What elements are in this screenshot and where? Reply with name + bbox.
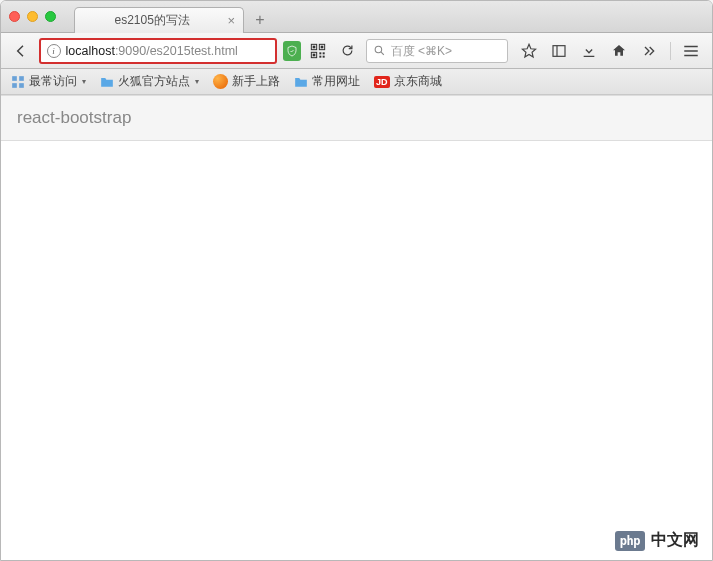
page-content: react-bootstrap xyxy=(1,95,712,560)
new-tab-button[interactable]: + xyxy=(248,9,272,31)
browser-tab[interactable]: es2105的写法 × xyxy=(74,7,244,33)
bookmark-label: 最常访问 xyxy=(29,73,77,90)
svg-line-11 xyxy=(381,52,384,55)
bookmark-star-button[interactable] xyxy=(516,39,542,63)
svg-rect-20 xyxy=(19,83,24,88)
chevron-double-right-icon xyxy=(641,43,657,59)
star-icon xyxy=(521,43,537,59)
hamburger-menu-button[interactable] xyxy=(679,39,704,63)
tab-title: es2105的写法 xyxy=(83,12,221,29)
download-icon xyxy=(581,43,597,59)
svg-rect-7 xyxy=(323,52,325,54)
svg-rect-3 xyxy=(321,45,324,48)
minimize-window-button[interactable] xyxy=(27,11,38,22)
bookmark-label: 常用网址 xyxy=(312,73,360,90)
svg-rect-19 xyxy=(12,83,17,88)
folder-icon xyxy=(294,75,308,89)
bookmark-common-urls[interactable]: 常用网址 xyxy=(294,73,360,90)
panel-title: react-bootstrap xyxy=(17,108,131,127)
bookmark-getting-started[interactable]: 新手上路 xyxy=(213,73,280,90)
downloads-button[interactable] xyxy=(576,39,602,63)
svg-rect-1 xyxy=(313,45,316,48)
bookmark-label: 火狐官方站点 xyxy=(118,73,190,90)
svg-rect-8 xyxy=(320,55,322,57)
bookmark-most-visited[interactable]: 最常访问 ▾ xyxy=(11,73,86,90)
close-window-button[interactable] xyxy=(9,11,20,22)
chevron-down-icon: ▾ xyxy=(195,77,199,86)
svg-rect-5 xyxy=(313,53,316,56)
svg-rect-12 xyxy=(553,45,565,56)
url-host: localhost xyxy=(66,44,115,58)
security-shield-button[interactable] xyxy=(283,41,301,61)
url-text: localhost:9090/es2015test.html xyxy=(66,44,238,58)
svg-point-10 xyxy=(375,46,382,53)
svg-rect-17 xyxy=(12,76,17,81)
arrow-left-icon xyxy=(13,43,29,59)
search-input[interactable] xyxy=(391,44,501,58)
reload-icon xyxy=(340,43,355,58)
watermark-text: 中文网 xyxy=(651,530,699,551)
url-path: :9090/es2015test.html xyxy=(115,44,238,58)
sidebar-icon xyxy=(551,43,567,59)
hamburger-icon xyxy=(682,42,700,60)
tab-bar: es2105的写法 × + xyxy=(1,1,712,33)
watermark: php 中文网 xyxy=(615,530,699,551)
sidebar-button[interactable] xyxy=(546,39,572,63)
firefox-icon xyxy=(213,74,228,89)
back-button[interactable] xyxy=(9,39,33,63)
address-bar[interactable]: i localhost:9090/es2015test.html xyxy=(39,38,277,64)
home-icon xyxy=(611,43,627,59)
close-tab-icon[interactable]: × xyxy=(227,13,235,28)
home-button[interactable] xyxy=(606,39,632,63)
qr-code-button[interactable] xyxy=(307,39,331,63)
navigation-bar: i localhost:9090/es2015test.html xyxy=(1,33,712,69)
toolbar-right xyxy=(516,39,662,63)
bookmark-firefox-official[interactable]: 火狐官方站点 ▾ xyxy=(100,73,199,90)
svg-rect-18 xyxy=(19,76,24,81)
svg-rect-6 xyxy=(320,52,322,54)
chevron-down-icon: ▾ xyxy=(82,77,86,86)
jd-icon: JD xyxy=(374,76,390,88)
shield-check-icon xyxy=(286,45,298,57)
bookmark-label: 新手上路 xyxy=(232,73,280,90)
panel-heading: react-bootstrap xyxy=(1,95,712,141)
search-icon xyxy=(373,44,386,57)
toolbar-divider xyxy=(670,42,671,60)
reload-button[interactable] xyxy=(336,39,360,63)
bookmarks-bar: 最常访问 ▾ 火狐官方站点 ▾ 新手上路 常用网址 JD 京东商城 xyxy=(1,69,712,95)
folder-icon xyxy=(100,75,114,89)
bookmark-jd-mall[interactable]: JD 京东商城 xyxy=(374,73,442,90)
info-icon[interactable]: i xyxy=(47,44,61,58)
search-box[interactable] xyxy=(366,39,508,63)
overflow-button[interactable] xyxy=(636,39,662,63)
maximize-window-button[interactable] xyxy=(45,11,56,22)
svg-rect-9 xyxy=(323,55,325,57)
watermark-logo: php xyxy=(615,531,645,551)
qr-code-icon xyxy=(310,43,326,59)
window-controls xyxy=(9,11,56,22)
browser-window: es2105的写法 × + i localhost:9090/es2015tes… xyxy=(0,0,713,561)
grid-icon xyxy=(11,75,25,89)
bookmark-label: 京东商城 xyxy=(394,73,442,90)
